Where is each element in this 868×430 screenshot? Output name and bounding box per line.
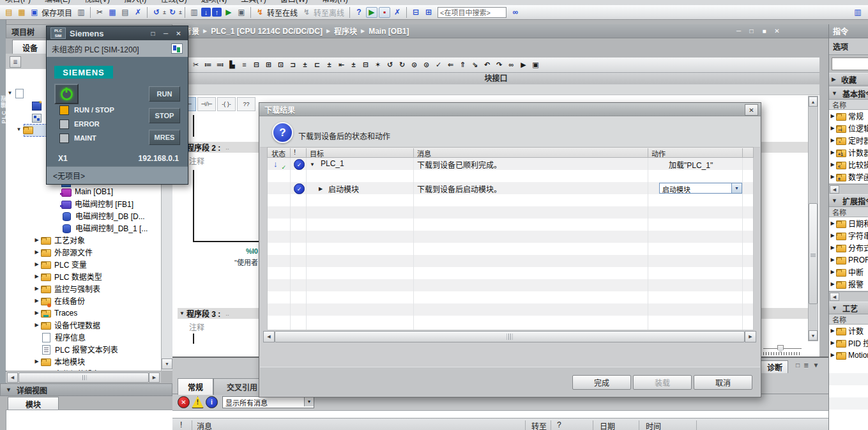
column-question[interactable]: ? xyxy=(557,420,561,429)
scroll-left-icon[interactable]: ◀ xyxy=(7,372,18,383)
paste-icon[interactable]: ▤ xyxy=(119,6,131,18)
message-filter-dropdown[interactable]: 显示所有消息 ▼ xyxy=(222,396,314,408)
sim-minimize-icon[interactable]: ─ xyxy=(160,29,171,38)
section-favorites[interactable]: ▶ 收藏 xyxy=(829,73,868,86)
expander-icon[interactable]: ▶ xyxy=(33,358,41,364)
collapse-panel-icon[interactable]: ▼ xyxy=(812,362,819,369)
tree-item[interactable]: ▶ PLC 数据类型 xyxy=(6,270,161,282)
tab-modules[interactable]: 模块 xyxy=(8,397,59,410)
menu-item[interactable]: 插入(I) xyxy=(124,0,146,4)
column-target[interactable]: 目标 xyxy=(310,148,324,158)
tree-item[interactable]: 程序信息 xyxy=(6,331,161,343)
expander-icon[interactable]: ▶ xyxy=(33,310,41,316)
column-date[interactable]: 日期 xyxy=(600,420,615,430)
editor-tool-icon[interactable]: ≔ xyxy=(202,59,213,70)
open-project-icon[interactable]: ▦ xyxy=(16,6,27,18)
download-to-device-icon[interactable]: ↓ xyxy=(201,8,211,17)
editor-vertical-scrollbar[interactable]: ▲ ▼ xyxy=(808,96,818,341)
instruction-folder[interactable]: ▶ Motion Control xyxy=(829,349,868,361)
expander-icon[interactable]: ▶ xyxy=(829,113,836,119)
scroll-right-icon[interactable]: ▶ xyxy=(149,372,160,383)
float-panel-icon[interactable]: □ xyxy=(796,362,800,369)
tree-view-mode-icon[interactable]: ≣ xyxy=(10,56,21,68)
tree-item[interactable]: PLC 报警文本列表 xyxy=(6,343,161,355)
plcsim-title-bar[interactable]: PLC SIM Siemens □ ─ ✕ xyxy=(47,26,188,40)
undo-options-icon[interactable]: ± xyxy=(163,9,166,15)
expander-icon[interactable]: ▶ xyxy=(829,269,836,275)
column-message[interactable]: 消息 xyxy=(417,148,431,158)
menu-item[interactable]: 编辑(E) xyxy=(45,0,70,4)
expander-icon[interactable]: ▶ xyxy=(829,162,836,167)
errors-filter-icon[interactable]: ✕ xyxy=(178,396,190,408)
expander-icon[interactable]: ▼ xyxy=(310,162,315,167)
menu-item[interactable]: 工具(T) xyxy=(241,0,266,4)
editor-tool-icon[interactable]: ✓ xyxy=(433,59,444,70)
editor-tool-icon[interactable]: ≡ xyxy=(239,59,250,70)
instruction-folder[interactable]: ▶ 计数 xyxy=(829,325,868,337)
dialog-title-bar[interactable]: 下载结果 xyxy=(259,103,761,116)
editor-tool-icon[interactable]: ⊏ xyxy=(312,59,323,70)
tab-general[interactable]: 常规 xyxy=(178,378,213,395)
collapse-icon[interactable]: ▼ xyxy=(832,305,837,311)
scroll-left-icon[interactable]: ◀ xyxy=(830,185,839,194)
editor-float-icon[interactable]: □ xyxy=(746,26,757,36)
expander-icon[interactable]: ▶ xyxy=(829,233,836,238)
expander-icon[interactable]: ▶ xyxy=(33,298,41,303)
dialog-horizontal-scrollbar[interactable]: ◀ ▶ xyxy=(263,331,756,342)
editor-tool-icon[interactable]: ↷ xyxy=(494,59,505,70)
expander-icon[interactable]: ▶ xyxy=(829,150,836,155)
expander-icon[interactable]: ▶ xyxy=(33,249,41,255)
tree-item[interactable]: ▶ Traces xyxy=(6,307,161,319)
expander-icon[interactable]: ▶ xyxy=(829,257,836,263)
editor-tool-icon[interactable]: ⊡ xyxy=(275,59,286,70)
start-modules-dropdown[interactable]: 启动模块 ▼ xyxy=(659,183,742,194)
sim-config-icon[interactable] xyxy=(171,43,183,54)
breadcrumb-plc[interactable]: PLC_1 [CPU 1214C DC/DC/DC] xyxy=(211,27,323,36)
instruction-folder[interactable]: ▶ 常规 xyxy=(829,110,868,122)
expander-icon[interactable]: ▶ xyxy=(829,245,836,250)
instruction-folder[interactable]: ▶ ◔ 定时器操作 xyxy=(829,134,868,146)
editor-minimize-icon[interactable]: ─ xyxy=(733,26,744,36)
info-filter-icon[interactable]: i xyxy=(206,396,218,408)
instruction-folder[interactable]: ▶ +1 计数器操作 xyxy=(829,146,868,158)
scroll-up-icon[interactable]: ▲ xyxy=(809,96,818,107)
scroll-thumb[interactable] xyxy=(275,331,745,342)
rt-icon[interactable]: ▣ xyxy=(236,6,247,18)
expander-icon[interactable]: ▶ xyxy=(33,273,41,279)
column-action[interactable]: 动作 xyxy=(651,148,666,158)
start-simulation-icon[interactable]: ▶ xyxy=(223,6,234,18)
instruction-folder[interactable]: ▶ 中断 xyxy=(829,266,868,278)
collapse-icon[interactable]: ▼ xyxy=(6,387,11,393)
editor-tool-icon[interactable]: ⊟ xyxy=(251,59,262,70)
sim-close-icon[interactable]: ✕ xyxy=(173,29,184,38)
menu-item[interactable]: 项目(P) xyxy=(5,0,31,4)
project-search-input[interactable] xyxy=(438,7,506,18)
delete-icon[interactable]: ✗ xyxy=(132,6,144,18)
operand-address[interactable]: %I0 xyxy=(211,247,258,255)
menu-item[interactable]: 视图(V) xyxy=(84,0,110,4)
expander-icon[interactable]: ▶ xyxy=(33,286,41,291)
tree-item[interactable]: ▶ 监控与强制表 xyxy=(6,282,161,295)
dropdown-arrow-icon[interactable]: ▼ xyxy=(304,397,314,406)
power-button[interactable] xyxy=(54,84,79,104)
cancel-button[interactable]: 取消 xyxy=(694,375,752,390)
editor-tool-icon[interactable]: ⇐ xyxy=(445,59,456,70)
split-horizontal-icon[interactable]: ⊟ xyxy=(410,6,422,18)
expander-icon[interactable]: ▼ xyxy=(15,127,23,132)
expander-icon[interactable]: ▶ xyxy=(829,174,836,180)
column-goto[interactable]: 转至 xyxy=(531,420,547,430)
tree-item[interactable]: 电磁阀控制_DB_1 [... xyxy=(6,222,161,234)
stop-button[interactable]: STOP xyxy=(149,108,180,123)
interface-splitter[interactable] xyxy=(172,84,819,95)
instruction-folder[interactable]: ▶ 字符串+字符 xyxy=(829,229,868,242)
network-3-comment[interactable]: 注释 xyxy=(189,321,204,332)
editor-tool-icon[interactable]: ⇘ xyxy=(469,59,480,70)
scroll-right-icon[interactable]: ▶ xyxy=(745,331,756,342)
menu-item[interactable]: 选项(N) xyxy=(201,0,227,4)
toolbar-extra-icon[interactable]: ▥ xyxy=(852,6,864,18)
network-2-comment[interactable]: 注释 xyxy=(189,155,204,166)
redo-icon[interactable]: ↻ xyxy=(167,6,178,18)
column-status[interactable]: 状态 xyxy=(271,148,286,158)
editor-tool-icon[interactable]: ⊐ xyxy=(287,59,298,70)
instruction-folder[interactable]: ▶ ⊣ 位逻辑运算 xyxy=(829,122,868,134)
